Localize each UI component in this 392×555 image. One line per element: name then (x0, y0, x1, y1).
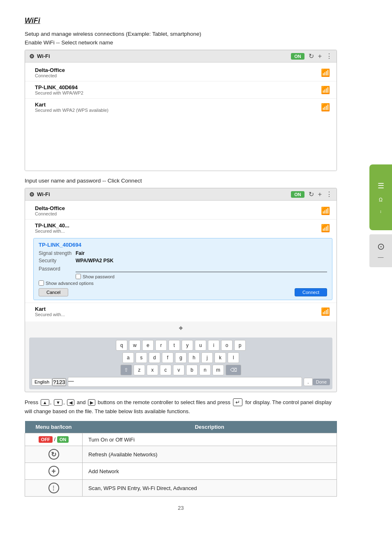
key-l[interactable]: l (228, 352, 239, 363)
network-item-kart-2[interactable]: Kart Secured with... 📶 (25, 303, 337, 320)
side-icon-2: Ω (379, 197, 383, 203)
kb-special-button[interactable]: ?123 (52, 378, 66, 386)
key-e[interactable]: e (142, 340, 154, 351)
key-shift[interactable]: ⇧ (120, 365, 132, 375)
key-u[interactable]: u (195, 340, 206, 351)
key-v[interactable]: v (173, 365, 184, 375)
key-t[interactable]: t (168, 340, 180, 351)
gear-icon-2: ⚙ (29, 191, 35, 198)
expanded-network-panel: TP-LINK_40D694 Signal strength Fair Secu… (33, 238, 332, 300)
key-c[interactable]: c (160, 365, 171, 375)
wifi-on-button-1[interactable]: ON (291, 53, 304, 60)
nav-left-icon: ◀ (67, 399, 74, 406)
network-info-delta-2: Delta-Office Connected (35, 205, 65, 216)
nav-right-icon: ▶ (88, 399, 95, 406)
network-info-kart: Kart Secured with WPA2 (WPS available) (35, 102, 108, 113)
network-name-tplink-2: TP-LINK_40... (35, 222, 69, 229)
security-label: Security (39, 258, 76, 264)
key-n[interactable]: n (199, 365, 211, 375)
page-number: 23 (25, 505, 337, 511)
more-table-icon: ⋮ (48, 483, 59, 493)
key-a[interactable]: a (122, 352, 134, 363)
refresh-icon-1[interactable]: ↻ (309, 52, 314, 60)
kb-dot-key[interactable]: . (304, 378, 312, 386)
signal-value: Fair (76, 250, 85, 256)
show-advanced-row: Show advanced options (39, 280, 327, 286)
network-sub-tplink-2: Secured with... (35, 229, 69, 234)
more-icon-1[interactable]: ⋮ (326, 52, 332, 60)
key-o[interactable]: o (221, 340, 233, 351)
kb-space-bar[interactable]: — (68, 377, 302, 387)
network-item-kart[interactable]: Kart Secured with WPA2 (WPS available) 📶 (25, 99, 337, 116)
off-button[interactable]: OFF (39, 436, 53, 443)
comma-2: , (63, 399, 65, 405)
key-r[interactable]: r (155, 340, 167, 351)
network-info-tplink: TP-LINK_40D694 Secured with WPA/WP2 (35, 84, 83, 95)
kb-lang-button[interactable]: English (32, 378, 52, 386)
nav-down-icon: ▼ (54, 399, 62, 406)
password-input[interactable] (76, 265, 327, 272)
table-cell-add-desc: Add Network (83, 463, 337, 480)
key-d[interactable]: d (149, 352, 160, 363)
table-cell-add-icon: + (25, 463, 83, 480)
plus-table-icon: + (48, 466, 59, 476)
on-button[interactable]: ON (57, 436, 69, 443)
key-backspace[interactable]: ⌫ (226, 365, 241, 375)
network-sub-kart: Secured with WPA2 (WPS available) (35, 108, 108, 113)
plus-icon-2[interactable]: + (318, 191, 322, 198)
show-password-label: Show password (83, 274, 115, 279)
wifi-panel-2-header-right: ON ↻ + ⋮ (291, 190, 332, 198)
show-advanced-checkbox[interactable] (39, 280, 44, 286)
refresh-table-icon: ↻ (48, 449, 59, 460)
key-h[interactable]: h (188, 352, 200, 363)
key-w[interactable]: w (129, 340, 141, 351)
show-password-row: Show password (76, 274, 327, 279)
key-q[interactable]: q (116, 340, 127, 351)
function-table: Menu bar/Icon Description OFF / ON Turn … (25, 421, 337, 497)
wifi-on-button-2[interactable]: ON (291, 191, 304, 198)
cancel-button[interactable]: Cancel (39, 288, 68, 296)
show-password-checkbox[interactable] (76, 274, 81, 279)
network-item-delta-2[interactable]: Delta-Office Connected 📶 (25, 202, 337, 220)
key-y[interactable]: y (182, 340, 193, 351)
wifi-panel-2-header: ⚙ Wi-Fi ON ↻ + ⋮ (25, 188, 337, 201)
network-item-delta[interactable]: Delta-Office Connected 📶 (25, 64, 337, 81)
signal-icon-tplink-2: 📶 (321, 224, 330, 233)
security-value: WPA/WPA2 PSK (76, 258, 113, 264)
wifi-panel-1-header-left: ⚙ Wi-Fi (29, 53, 50, 60)
kb-done-button[interactable]: Done (313, 379, 330, 385)
refresh-icon-2[interactable]: ↻ (309, 190, 314, 198)
key-z[interactable]: z (134, 365, 145, 375)
cursor-area: ⌖ (25, 321, 337, 335)
key-j[interactable]: j (201, 352, 213, 363)
table-cell-more-icon: ⋮ (25, 480, 83, 497)
key-x[interactable]: x (147, 365, 158, 375)
plus-icon-1[interactable]: + (318, 53, 322, 60)
key-i[interactable]: i (208, 340, 219, 351)
key-p[interactable]: p (234, 340, 246, 351)
key-g[interactable]: g (175, 352, 187, 363)
network-sub-tplink: Secured with WPA/WP2 (35, 90, 83, 95)
table-cell-refresh-icon: ↻ (25, 446, 83, 463)
gear-icon: ⚙ (29, 53, 35, 60)
key-b[interactable]: b (186, 365, 198, 375)
network-item-tplink-2[interactable]: TP-LINK_40... Secured with... 📶 TP-LINK_… (25, 220, 337, 303)
table-header-icon: Menu bar/Icon (25, 421, 83, 433)
signal-icon-tplink: 📶 (321, 86, 330, 95)
signal-label: Signal strength (39, 250, 76, 256)
key-f[interactable]: f (162, 352, 173, 363)
page-title: WiFi (25, 16, 337, 25)
more-icon-2[interactable]: ⋮ (326, 190, 332, 198)
connect-button[interactable]: Connect (295, 288, 327, 296)
key-s[interactable]: s (136, 352, 147, 363)
show-advanced-label: Show advanced options (46, 281, 94, 286)
key-k[interactable]: k (214, 352, 226, 363)
enter-icon: ↵ (233, 398, 242, 406)
network-name-kart-2: Kart (35, 306, 65, 312)
network-item-tplink[interactable]: TP-LINK_40D694 Secured with WPA/WP2 📶 (25, 81, 337, 99)
table-row-refresh: ↻ Refresh (Available Networks) (25, 446, 337, 463)
key-m[interactable]: m (212, 365, 224, 375)
signal-icon-kart-2: 📶 (321, 307, 330, 316)
wifi-panel-1-header: ⚙ Wi-Fi ON ↻ + ⋮ (25, 50, 337, 62)
side-gray-box: ⊙ — (369, 234, 392, 267)
